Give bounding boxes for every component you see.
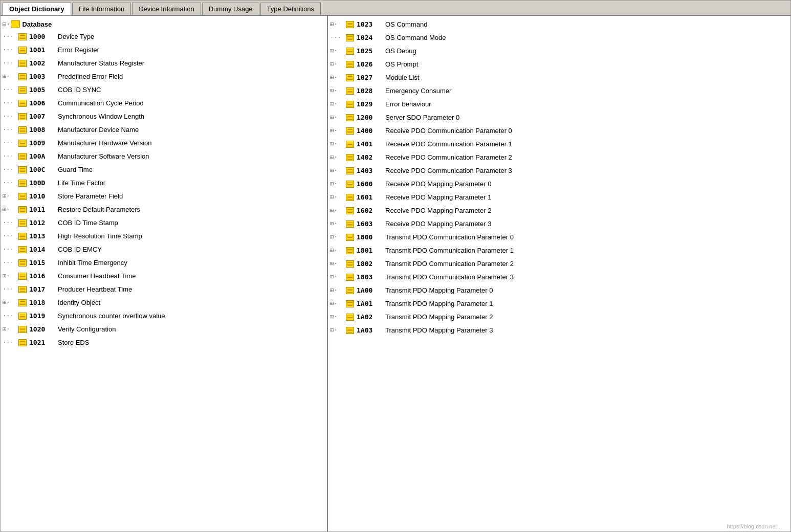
right-tree-item-1a02[interactable]: ⊞·1A02Transmit PDO Mapping Parameter 2 xyxy=(328,311,790,324)
object-icon xyxy=(18,33,27,41)
right-tree-item-1802[interactable]: ⊞·1802Transmit PDO Communication Paramet… xyxy=(328,257,790,271)
object-icon xyxy=(345,60,355,69)
left-tree-item-1013[interactable]: ···1013High Resolution Time Stamp xyxy=(1,230,327,243)
left-tree-item-1010[interactable]: ⊞·1010Store Parameter Field xyxy=(1,190,327,203)
object-icon xyxy=(18,139,27,147)
left-tree-item-1006[interactable]: ···1006Communication Cycle Period xyxy=(1,97,327,110)
item-code: 1000 xyxy=(29,32,56,42)
tree-connector: ⊞· xyxy=(3,324,17,334)
right-tree-item-1401[interactable]: ⊞·1401Receive PDO Communication Paramete… xyxy=(328,138,790,151)
object-icon xyxy=(345,167,355,175)
right-tree-item-1029[interactable]: ⊞·1029Error behaviour xyxy=(328,98,790,111)
item-code: 1402 xyxy=(357,152,383,163)
left-tree-item-1005[interactable]: ···1005COB ID SYNC xyxy=(1,83,327,97)
tab-device-information[interactable]: Device Information xyxy=(132,3,201,15)
right-tree-item-1028[interactable]: ⊞·1028Emergency Consumer xyxy=(328,84,790,98)
item-name: Transmit PDO Mapping Parameter 2 xyxy=(385,312,493,323)
item-name: Receive PDO Mapping Parameter 3 xyxy=(385,219,491,230)
left-tree-item-100d[interactable]: ···100DLife Time Factor xyxy=(1,176,327,190)
left-tree-item-1016[interactable]: ⊞·1016Consumer Heartbeat Time xyxy=(1,270,327,283)
left-tree-item-1018[interactable]: ⊞·1018Identity Object xyxy=(1,296,327,309)
tree-connector: ··· xyxy=(3,125,17,135)
right-tree-item-1a00[interactable]: ⊞·1A00Transmit PDO Mapping Parameter 0 xyxy=(328,284,790,297)
left-tree-item-1019[interactable]: ···1019Synchronous counter overflow valu… xyxy=(1,309,327,323)
right-pane[interactable]: ⊞·1023OS Command···1024OS Command Mode⊞·… xyxy=(328,16,790,531)
left-tree-item-1009[interactable]: ···1009Manufacturer Hardware Version xyxy=(1,137,327,150)
item-name: COB ID EMCY xyxy=(58,245,102,255)
right-tree-item-1a01[interactable]: ⊞·1A01Transmit PDO Mapping Parameter 1 xyxy=(328,297,790,311)
item-name: Receive PDO Mapping Parameter 0 xyxy=(385,179,491,190)
left-tree-item-1017[interactable]: ···1017Producer Heartbeat Time xyxy=(1,283,327,296)
item-name: Synchronous counter overflow value xyxy=(58,311,165,322)
left-tree-item-100c[interactable]: ···100CGuard Time xyxy=(1,163,327,176)
left-pane[interactable]: ⊟· Database ···1000Device Type···1001Err… xyxy=(1,16,328,531)
right-tree-item-1801[interactable]: ⊞·1801Transmit PDO Communication Paramet… xyxy=(328,244,790,257)
right-tree-item-1200[interactable]: ⊞·1200Server SDO Parameter 0 xyxy=(328,111,790,124)
tree-connector: ⊞· xyxy=(330,325,344,335)
tab-object-dictionary[interactable]: Object Dictionary xyxy=(3,3,71,15)
left-tree-item-1015[interactable]: ···1015Inhibit Time Emergency xyxy=(1,256,327,270)
object-icon xyxy=(18,126,27,134)
item-name: Guard Time xyxy=(58,165,93,175)
left-tree-item-1003[interactable]: ⊞·1003Predefined Error Field xyxy=(1,70,327,83)
right-tree-item-1023[interactable]: ⊞·1023OS Command xyxy=(328,18,790,31)
item-name: Verify Configuration xyxy=(58,324,116,335)
left-tree-item-1020[interactable]: ⊞·1020Verify Configuration xyxy=(1,323,327,336)
left-tree-item-1008[interactable]: ···1008Manufacturer Device Name xyxy=(1,123,327,137)
right-tree-item-1402[interactable]: ⊞·1402Receive PDO Communication Paramete… xyxy=(328,151,790,164)
item-code: 1003 xyxy=(29,72,56,82)
left-tree-item-1011[interactable]: ⊞·1011Restore Default Parameters xyxy=(1,203,327,216)
right-tree-item-1027[interactable]: ⊞·1027Module List xyxy=(328,71,790,84)
object-icon xyxy=(18,99,27,107)
right-tree-item-1026[interactable]: ⊞·1026OS Prompt xyxy=(328,58,790,71)
item-code: 1A01 xyxy=(357,299,383,309)
tab-file-information[interactable]: File Information xyxy=(72,3,131,15)
right-tree-item-1603[interactable]: ⊞·1603Receive PDO Mapping Parameter 3 xyxy=(328,217,790,231)
right-tree-item-1025[interactable]: ⊞·1025OS Debug xyxy=(328,45,790,58)
item-name: Receive PDO Mapping Parameter 2 xyxy=(385,206,491,216)
tab-dummy-usage[interactable]: Dummy Usage xyxy=(202,3,259,15)
item-code: 1013 xyxy=(29,231,56,242)
right-tree-item-1a03[interactable]: ⊞·1A03Transmit PDO Mapping Parameter 3 xyxy=(328,324,790,337)
item-name: OS Command Mode xyxy=(385,33,446,43)
object-icon xyxy=(345,233,355,241)
right-tree-item-1024[interactable]: ···1024OS Command Mode xyxy=(328,31,790,45)
left-tree-item-1001[interactable]: ···1001Error Register xyxy=(1,43,327,57)
tree-connector: ··· xyxy=(3,165,17,174)
right-tree-item-1601[interactable]: ⊞·1601Receive PDO Mapping Parameter 1 xyxy=(328,191,790,204)
left-tree-item-100a[interactable]: ···100AManufacturer Software Version xyxy=(1,150,327,163)
item-name: Inhibit Time Emergency xyxy=(58,258,127,269)
right-tree-item-1400[interactable]: ⊞·1400Receive PDO Communication Paramete… xyxy=(328,124,790,138)
item-code: 1016 xyxy=(29,271,56,282)
right-tree-item-1403[interactable]: ⊞·1403Receive PDO Communication Paramete… xyxy=(328,164,790,178)
right-tree-item-1803[interactable]: ⊞·1803Transmit PDO Communication Paramet… xyxy=(328,271,790,284)
item-code: 1006 xyxy=(29,98,56,109)
left-tree-item-1021[interactable]: ···1021Store EDS xyxy=(1,336,327,349)
left-tree-item-1012[interactable]: ···1012COB ID Time Stamp xyxy=(1,216,327,230)
left-tree-item-1002[interactable]: ···1002Manufacturer Status Register xyxy=(1,57,327,70)
right-tree-item-1600[interactable]: ⊞·1600Receive PDO Mapping Parameter 0 xyxy=(328,178,790,191)
right-tree-item-1602[interactable]: ⊞·1602Receive PDO Mapping Parameter 2 xyxy=(328,204,790,217)
item-code: 1017 xyxy=(29,284,56,295)
item-name: Predefined Error Field xyxy=(58,72,123,82)
item-code: 1015 xyxy=(29,258,56,269)
item-name: Module List xyxy=(385,73,419,83)
left-tree-item-1000[interactable]: ···1000Device Type xyxy=(1,30,327,43)
item-code: 1007 xyxy=(29,112,56,122)
left-tree-item-1007[interactable]: ···1007Synchronous Window Length xyxy=(1,110,327,123)
item-name: Server SDO Parameter 0 xyxy=(385,113,459,123)
object-icon xyxy=(345,100,355,108)
object-icon xyxy=(345,207,355,215)
tree-connector: ⊞· xyxy=(330,152,344,162)
object-icon xyxy=(18,59,27,68)
root-label: Database xyxy=(22,20,52,28)
right-tree-item-1800[interactable]: ⊞·1800Transmit PDO Communication Paramet… xyxy=(328,231,790,244)
tree-connector: ··· xyxy=(3,231,17,241)
object-icon xyxy=(18,232,27,240)
item-name: Restore Default Parameters xyxy=(58,205,140,215)
left-tree-item-1014[interactable]: ···1014COB ID EMCY xyxy=(1,243,327,256)
tab-type-definitions[interactable]: Type Definitions xyxy=(260,3,321,15)
item-code: 1601 xyxy=(357,192,383,203)
object-icon xyxy=(18,272,27,280)
root-connector: ⊟· xyxy=(3,20,10,28)
